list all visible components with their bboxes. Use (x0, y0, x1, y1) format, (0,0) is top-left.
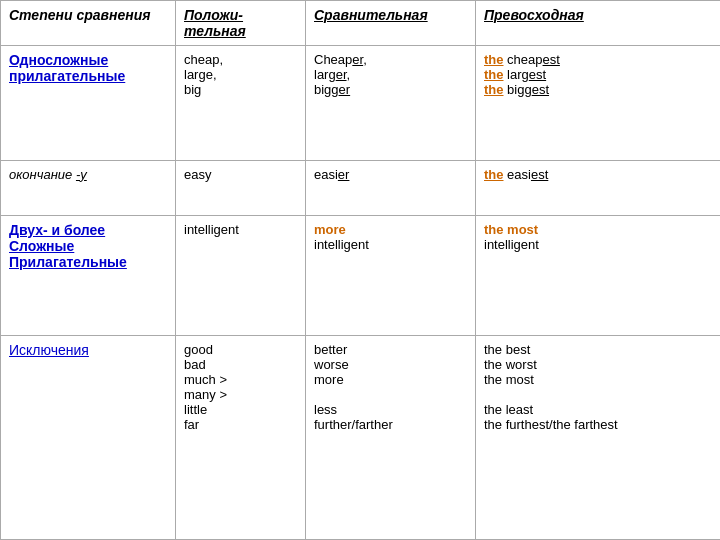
cell-ending-col3: easier (306, 160, 476, 215)
cell-complex-col4: the mostintelligent (476, 215, 721, 336)
row-monosyllable: Односложные прилагательные cheap,large,b… (1, 46, 721, 161)
row-complex: Двух- и более Сложные Прилагательные int… (1, 215, 721, 336)
main-container: Степени сравнения Положи-тельная Сравнит… (0, 0, 720, 540)
cell-exc-col2: goodbadmuch >many >littlefar (176, 336, 306, 540)
header-col3: Сравнительная (306, 1, 476, 46)
cell-mono-col1: Односложные прилагательные (1, 46, 176, 161)
header-row: Степени сравнения Положи-тельная Сравнит… (1, 1, 721, 46)
cell-exc-col3: betterworsemorelessfurther/farther (306, 336, 476, 540)
cell-exc-col1: Исключения (1, 336, 176, 540)
cell-complex-col3: moreintelligent (306, 215, 476, 336)
cell-mono-col3: Cheaper, larger, bigger (306, 46, 476, 161)
row-exceptions: Исключения goodbadmuch >many >littlefar … (1, 336, 721, 540)
cell-exc-col4: the bestthe worstthe mostthe leastthe fu… (476, 336, 721, 540)
header-col2: Положи-тельная (176, 1, 306, 46)
cell-complex-col1: Двух- и более Сложные Прилагательные (1, 215, 176, 336)
comparison-table: Степени сравнения Положи-тельная Сравнит… (0, 0, 720, 540)
cell-complex-col2: intelligent (176, 215, 306, 336)
row-ending-y: окончание -у easy easier the easiest (1, 160, 721, 215)
header-col1: Степени сравнения (1, 1, 176, 46)
cell-ending-col1: окончание -у (1, 160, 176, 215)
cell-ending-col4: the easiest (476, 160, 721, 215)
cell-ending-col2: easy (176, 160, 306, 215)
header-col4: Превосходная (476, 1, 721, 46)
cell-mono-col2: cheap,large,big (176, 46, 306, 161)
cell-mono-col4: the cheapest the largest the biggest (476, 46, 721, 161)
